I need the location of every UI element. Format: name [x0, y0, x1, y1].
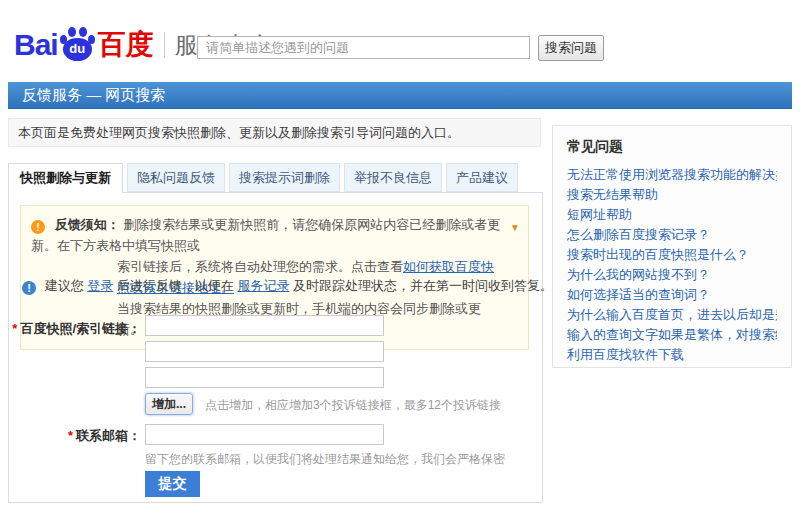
login-link[interactable]: 登录 — [87, 278, 113, 293]
contact-email-input[interactable] — [145, 424, 384, 445]
faq-title: 常见问题 — [567, 138, 777, 156]
faq-link[interactable]: 无法正常使用浏览器搜索功能的解决办法 — [567, 165, 777, 185]
contact-email-label: *联系邮箱： — [9, 427, 141, 445]
notice-label: 反馈须知： — [55, 217, 120, 232]
faq-link[interactable]: 短网址帮助 — [567, 205, 777, 225]
snapshot-link-input[interactable] — [145, 315, 384, 336]
feedback-panel: ! 反馈须知： 删除搜索结果或更新快照前，请您确保原网站内容已经删除或者更新。在… — [8, 192, 543, 503]
search-button[interactable]: 搜索问题 — [538, 35, 604, 61]
logo-baidu-cn: 百度 — [98, 26, 154, 64]
snapshot-inputs — [145, 315, 384, 393]
snapshot-link-input[interactable] — [145, 341, 384, 362]
suggestion-suffix: 及时跟踪处理状态，并在第一时间收到答复。 — [289, 278, 553, 293]
add-link-hint: 点击增加，相应增加3个投诉链接框，最多12个投诉链接 — [205, 397, 501, 414]
faq-link[interactable]: 搜索时出现的百度快照是什么？ — [567, 245, 777, 265]
section-banner: 反馈服务 — 网页搜索 — [8, 82, 792, 109]
faq-link[interactable]: 搜索无结果帮助 — [567, 185, 777, 205]
logo-divider — [164, 32, 165, 58]
snapshot-link-input[interactable] — [145, 367, 384, 388]
logo-du-text: du — [59, 41, 96, 56]
notice-text-2: 索引链接后，系统将自动处理您的需求。点击查看 — [117, 259, 403, 274]
tab-item[interactable]: 搜索提示词删除 — [229, 163, 340, 192]
tab-active[interactable]: 快照删除与更新 — [8, 163, 123, 193]
faq-sidebar: 常见问题 无法正常使用浏览器搜索功能的解决办法搜索无结果帮助短网址帮助怎么删除百… — [552, 125, 792, 368]
service-record-link[interactable]: 服务记录 — [237, 278, 289, 293]
snapshot-link-label: *百度快照/索引链接： — [9, 320, 141, 338]
tab-item[interactable]: 产品建议 — [446, 163, 518, 192]
alert-icon: ! — [31, 220, 45, 234]
logo-bai-text: Bai — [14, 28, 58, 62]
faq-links: 无法正常使用浏览器搜索功能的解决办法搜索无结果帮助短网址帮助怎么删除百度搜索记录… — [567, 165, 777, 365]
required-asterisk: * — [12, 321, 17, 336]
login-suggestion: ! 建议您 登录 后进行反馈，以便在 服务记录 及时跟踪处理状态，并在第一时间收… — [22, 277, 553, 295]
info-icon: ! — [22, 281, 36, 295]
baidu-service-center-page: { "header": { "logo": { "bai": "Bai", "d… — [0, 0, 800, 514]
intro-strip: 本页面是免费处理网页搜索快照删除、更新以及删除搜索引导词问题的入口。 — [8, 118, 541, 147]
banner-title: 反馈服务 — 网页搜索 — [22, 86, 165, 103]
faq-link[interactable]: 利用百度找软件下载 — [567, 345, 777, 365]
tabs: 快照删除与更新隐私问题反馈搜索提示词删除举报不良信息产品建议 — [8, 163, 522, 193]
tab-item[interactable]: 举报不良信息 — [344, 163, 442, 192]
suggestion-middle: 后进行反馈，以便在 — [113, 278, 237, 293]
faq-link[interactable]: 为什么我的网站搜不到？ — [567, 265, 777, 285]
faq-link[interactable]: 如何选择适当的查询词？ — [567, 285, 777, 305]
collapse-caret-icon[interactable]: ▼ — [510, 217, 520, 238]
faq-link[interactable]: 怎么删除百度搜索记录？ — [567, 225, 777, 245]
tab-item[interactable]: 隐私问题反馈 — [127, 163, 225, 192]
intro-text: 本页面是免费处理网页搜索快照删除、更新以及删除搜索引导词问题的入口。 — [18, 125, 460, 140]
faq-link[interactable]: 为什么输入百度首页，进去以后却是别的网站... — [567, 305, 777, 325]
baidu-paw-icon: du — [59, 26, 96, 63]
faq-link[interactable]: 输入的查询文字如果是繁体，对搜索结果会产... — [567, 325, 777, 345]
notice-line-1: ! 反馈须知： 删除搜索结果或更新快照前，请您确保原网站内容已经删除或者更新。在… — [31, 214, 502, 256]
add-link-button[interactable]: 增加... — [145, 393, 193, 415]
search-input[interactable] — [197, 36, 530, 59]
required-asterisk: * — [68, 428, 73, 443]
header: Bai du 百度 服务中心 搜索问题 — [0, 0, 800, 82]
contact-email-hint: 留下您的联系邮箱，以便我们将处理结果通知给您，我们会严格保密 — [145, 451, 505, 468]
submit-button[interactable]: 提交 — [145, 471, 200, 497]
suggestion-prefix: 建议您 — [45, 278, 88, 293]
